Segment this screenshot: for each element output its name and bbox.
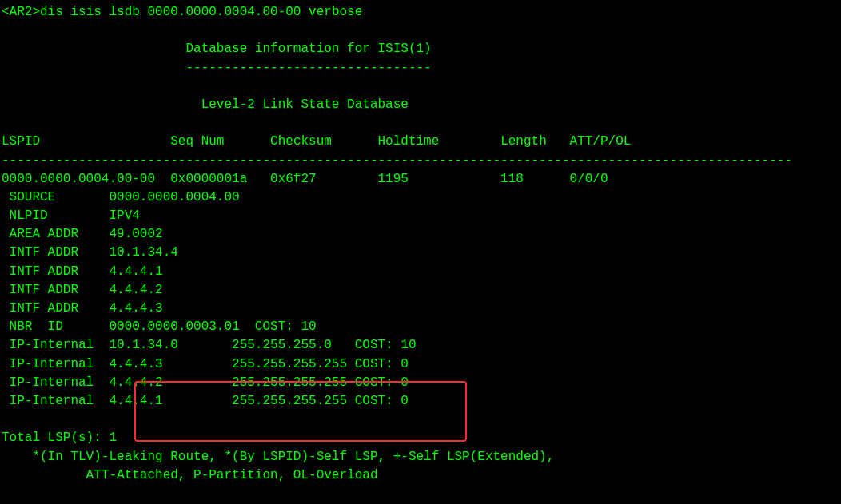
intf4-value: 4.4.4.3 xyxy=(109,301,162,315)
host-prompt: <AR2> xyxy=(2,5,40,19)
footer-note2: ATT-Attached, P-Partition, OL-Overload xyxy=(2,468,377,482)
intf3-label: INTF ADDR xyxy=(2,283,109,297)
nlpid-value: IPV4 xyxy=(109,208,139,223)
col-length: Length xyxy=(500,134,547,149)
nlpid-label: NLPID xyxy=(2,208,109,223)
ip4-cost: COST: 0 xyxy=(355,394,409,408)
db-info-header: Database information for ISIS(1) xyxy=(185,42,431,56)
ip3-mask: 255.255.255.255 xyxy=(232,375,355,390)
prompt-line: <AR2>dis isis lsdb 0000.0000.0004.00-00 … xyxy=(2,5,362,19)
intf1-value: 10.1.34.4 xyxy=(109,245,177,260)
source-label: SOURCE xyxy=(2,190,109,204)
ip4-label: IP-Internal xyxy=(2,394,109,408)
area-label: AREA ADDR xyxy=(2,227,109,241)
nbr-label: NBR ID xyxy=(2,319,109,334)
ip3-net: 4.4.4.2 xyxy=(109,375,232,390)
area-value: 49.0002 xyxy=(109,227,162,241)
ip4-net: 4.4.4.1 xyxy=(109,394,232,408)
intf1-label: INTF ADDR xyxy=(2,245,109,260)
col-checksum: Checksum xyxy=(270,134,332,149)
rec-holdtime: 1195 xyxy=(377,172,408,186)
terminal-output[interactable]: <AR2>dis isis lsdb 0000.0000.0004.00-00 … xyxy=(0,0,841,488)
col-seq: Seq Num xyxy=(170,134,224,149)
intf2-value: 4.4.4.1 xyxy=(109,264,162,279)
ip1-label: IP-Internal xyxy=(2,338,109,352)
ip1-net: 10.1.34.0 xyxy=(109,338,232,352)
rec-attpol: 0/0/0 xyxy=(570,172,608,186)
ip1-mask: 255.255.255.0 xyxy=(232,338,355,352)
command-text: dis isis lsdb 0000.0000.0004.00-00 verbo… xyxy=(40,5,362,19)
ip2-mask: 255.255.255.255 xyxy=(232,357,355,371)
col-lspid: LSPID xyxy=(2,134,40,149)
ip4-mask: 255.255.255.255 xyxy=(232,394,355,408)
intf3-value: 4.4.4.2 xyxy=(109,283,162,297)
db-info-underline: -------------------------------- xyxy=(185,61,431,75)
ip2-cost: COST: 0 xyxy=(355,357,409,371)
ip3-cost: COST: 0 xyxy=(355,375,409,390)
footer-note1: *(In TLV)-Leaking Route, *(By LSPID)-Sel… xyxy=(2,450,554,464)
intf4-label: INTF ADDR xyxy=(2,301,109,315)
ip3-label: IP-Internal xyxy=(2,375,109,390)
source-value: 0000.0000.0004.00 xyxy=(109,190,239,204)
rec-checksum: 0x6f27 xyxy=(270,172,317,186)
rec-lspid: 0000.0000.0004.00-00 xyxy=(2,172,155,186)
ip2-net: 4.4.4.3 xyxy=(109,357,232,371)
ip2-label: IP-Internal xyxy=(2,357,109,371)
col-attpol: ATT/P/OL xyxy=(570,134,632,149)
intf2-label: INTF ADDR xyxy=(2,264,109,279)
level-header: Level-2 Link State Database xyxy=(201,97,409,112)
rec-length: 118 xyxy=(500,172,524,186)
col-holdtime: Holdtime xyxy=(378,134,440,149)
total-lsp: Total LSP(s): 1 xyxy=(2,431,117,445)
ip1-cost: COST: 10 xyxy=(355,338,417,352)
separator-line: ----------------------------------------… xyxy=(2,153,792,168)
rec-seq: 0x0000001a xyxy=(170,172,247,186)
nbr-value: 0000.0000.0003.01 COST: 10 xyxy=(109,319,316,334)
